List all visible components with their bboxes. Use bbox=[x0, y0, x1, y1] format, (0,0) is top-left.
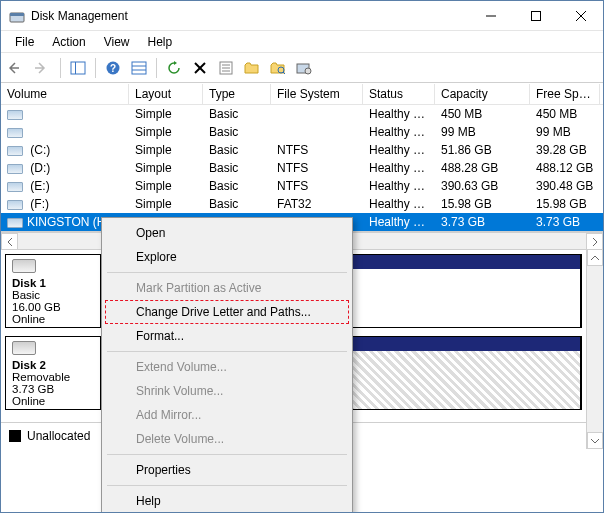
volume-type: Basic bbox=[203, 107, 271, 121]
col-status[interactable]: Status bbox=[363, 84, 435, 104]
disk-header: Disk 2 Removable 3.73 GB Online bbox=[5, 336, 101, 410]
menu-file[interactable]: File bbox=[6, 33, 43, 51]
svg-point-22 bbox=[305, 68, 311, 74]
ctx-shrink: Shrink Volume... bbox=[105, 379, 349, 403]
volume-capacity: 450 MB bbox=[435, 107, 530, 121]
app-icon bbox=[9, 8, 25, 24]
svg-rect-10 bbox=[132, 62, 146, 74]
menu-help[interactable]: Help bbox=[139, 33, 182, 51]
drive-icon bbox=[7, 164, 23, 174]
volume-row[interactable]: (D:)SimpleBasicNTFSHealthy (P...488.28 G… bbox=[1, 159, 603, 177]
col-layout[interactable]: Layout bbox=[129, 84, 203, 104]
volume-free: 488.12 GB bbox=[530, 161, 600, 175]
volume-free: 3.73 GB bbox=[530, 215, 600, 229]
drive-icon bbox=[7, 182, 23, 192]
col-type[interactable]: Type bbox=[203, 84, 271, 104]
volume-free: 15.98 GB bbox=[530, 197, 600, 211]
ctx-mark-active: Mark Partition as Active bbox=[105, 276, 349, 300]
delete-icon[interactable] bbox=[188, 56, 212, 80]
volume-name: KINGSTON (H:) bbox=[27, 215, 113, 229]
context-menu: Open Explore Mark Partition as Active Ch… bbox=[101, 217, 353, 513]
volume-capacity: 3.73 GB bbox=[435, 215, 530, 229]
volume-type: Basic bbox=[203, 143, 271, 157]
scroll-up-icon[interactable] bbox=[587, 249, 603, 266]
volume-row[interactable]: (E:)SimpleBasicNTFSHealthy (P...390.63 G… bbox=[1, 177, 603, 195]
volume-capacity: 15.98 GB bbox=[435, 197, 530, 211]
toolbar: ? bbox=[1, 53, 603, 83]
disk-name: Disk 1 bbox=[12, 277, 94, 289]
settings-list-button[interactable] bbox=[127, 56, 151, 80]
volume-name: (F:) bbox=[27, 197, 49, 211]
volume-list: Volume Layout Type File System Status Ca… bbox=[1, 83, 603, 232]
volume-free: 390.48 GB bbox=[530, 179, 600, 193]
legend-label-unallocated: Unallocated bbox=[27, 429, 90, 443]
volume-layout: Simple bbox=[129, 107, 203, 121]
volume-layout: Simple bbox=[129, 161, 203, 175]
volume-filesystem: NTFS bbox=[271, 143, 363, 157]
refresh-button[interactable] bbox=[162, 56, 186, 80]
show-hide-tree-button[interactable] bbox=[66, 56, 90, 80]
explore-icon[interactable] bbox=[266, 56, 290, 80]
disk-status: Online bbox=[12, 395, 94, 407]
col-volume[interactable]: Volume bbox=[1, 84, 129, 104]
title-bar: Disk Management bbox=[1, 1, 603, 31]
ctx-explore[interactable]: Explore bbox=[105, 245, 349, 269]
col-capacity[interactable]: Capacity bbox=[435, 84, 530, 104]
volume-status: Healthy (P... bbox=[363, 179, 435, 193]
minimize-button[interactable] bbox=[468, 1, 513, 30]
ctx-format[interactable]: Format... bbox=[105, 324, 349, 348]
forward-button[interactable] bbox=[31, 56, 55, 80]
disk-icon bbox=[12, 259, 36, 273]
volume-capacity: 390.63 GB bbox=[435, 179, 530, 193]
volume-capacity: 99 MB bbox=[435, 125, 530, 139]
window-title: Disk Management bbox=[31, 9, 468, 23]
scroll-down-icon[interactable] bbox=[587, 432, 603, 449]
col-filesystem[interactable]: File System bbox=[271, 84, 363, 104]
volume-filesystem: NTFS bbox=[271, 161, 363, 175]
volume-status: Healthy (E... bbox=[363, 125, 435, 139]
col-freespace[interactable]: Free Spa... bbox=[530, 84, 600, 104]
disk-kind: Removable bbox=[12, 371, 94, 383]
properties-icon[interactable] bbox=[214, 56, 238, 80]
volume-row[interactable]: (F:)SimpleBasicFAT32Healthy (A...15.98 G… bbox=[1, 195, 603, 213]
menu-view[interactable]: View bbox=[95, 33, 139, 51]
volume-type: Basic bbox=[203, 125, 271, 139]
volume-row[interactable]: SimpleBasicHealthy (R...450 MB450 MB bbox=[1, 105, 603, 123]
menu-action[interactable]: Action bbox=[43, 33, 94, 51]
svg-rect-3 bbox=[531, 11, 540, 20]
vertical-scrollbar[interactable] bbox=[586, 249, 603, 449]
scroll-right-icon[interactable] bbox=[586, 233, 603, 250]
volume-free: 39.28 GB bbox=[530, 143, 600, 157]
volume-name: (E:) bbox=[27, 179, 50, 193]
folder-open-icon[interactable] bbox=[240, 56, 264, 80]
volume-filesystem: NTFS bbox=[271, 179, 363, 193]
volume-row[interactable]: (C:)SimpleBasicNTFSHealthy (B...51.86 GB… bbox=[1, 141, 603, 159]
disk-size: 16.00 GB bbox=[12, 301, 94, 313]
disk-kind: Basic bbox=[12, 289, 94, 301]
back-button[interactable] bbox=[5, 56, 29, 80]
ctx-extend: Extend Volume... bbox=[105, 355, 349, 379]
disk-icon bbox=[12, 341, 36, 355]
close-button[interactable] bbox=[558, 1, 603, 30]
volume-layout: Simple bbox=[129, 179, 203, 193]
disk-status: Online bbox=[12, 313, 94, 325]
ctx-change-drive-letter[interactable]: Change Drive Letter and Paths... bbox=[105, 300, 349, 324]
ctx-open[interactable]: Open bbox=[105, 221, 349, 245]
drive-icon bbox=[7, 200, 23, 210]
manage-icon[interactable] bbox=[292, 56, 316, 80]
volume-status: Healthy (P... bbox=[363, 161, 435, 175]
svg-rect-1 bbox=[10, 13, 24, 16]
drive-icon bbox=[7, 218, 23, 228]
maximize-button[interactable] bbox=[513, 1, 558, 30]
drive-icon bbox=[7, 110, 23, 120]
ctx-delete: Delete Volume... bbox=[105, 427, 349, 451]
help-button[interactable]: ? bbox=[101, 56, 125, 80]
ctx-add-mirror: Add Mirror... bbox=[105, 403, 349, 427]
ctx-help[interactable]: Help bbox=[105, 489, 349, 513]
scroll-left-icon[interactable] bbox=[1, 233, 18, 250]
svg-rect-6 bbox=[71, 62, 85, 74]
volume-row[interactable]: SimpleBasicHealthy (E...99 MB99 MB bbox=[1, 123, 603, 141]
ctx-properties[interactable]: Properties bbox=[105, 458, 349, 482]
menu-bar: File Action View Help bbox=[1, 31, 603, 53]
volume-type: Basic bbox=[203, 197, 271, 211]
